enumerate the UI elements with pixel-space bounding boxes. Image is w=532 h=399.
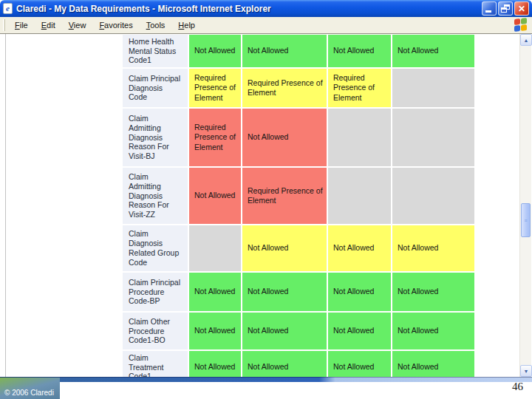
table-row: Claim Principal Diagnosis Code Required … <box>123 69 474 107</box>
requirement-cell: Not Allowed <box>242 273 327 311</box>
window-title: Claredi - My Data Requirements - Microso… <box>16 4 482 14</box>
chevron-up-icon: ▲ <box>524 38 529 43</box>
close-button[interactable]: ✕ <box>514 1 529 16</box>
flag-tile-yellow <box>521 24 527 31</box>
requirement-cell: Not Allowed <box>189 35 241 67</box>
row-label: Claim Other Procedure Code1-BO <box>123 313 188 349</box>
chevron-down-icon: ▼ <box>524 369 529 374</box>
row-label: Claim Principal Procedure Code-BP <box>123 273 188 311</box>
copyright-banner: © 2006 Claredi <box>0 378 60 399</box>
requirement-cell: Not Allowed <box>392 273 474 311</box>
requirement-cell: Not Allowed <box>189 313 241 349</box>
minimize-icon <box>485 10 491 13</box>
menu-bar: File Edit View Favorites Tools Help <box>0 17 532 34</box>
table-row: Claim Treatment Code1 Not Allowed Not Al… <box>123 351 474 377</box>
flag-tile-blue <box>514 25 520 32</box>
requirement-cell: Not Allowed <box>242 35 327 67</box>
ie-document-icon: e <box>3 3 13 14</box>
toolbar-grip-handle[interactable] <box>3 19 5 31</box>
requirement-cell: Not Allowed <box>189 351 241 377</box>
browser-viewport: Home Health Mental Status Code1 Not Allo… <box>0 34 532 377</box>
client-edge-line <box>5 34 6 377</box>
requirement-cell: Required Presence of Element <box>189 109 241 166</box>
window-controls: ✕ <box>482 1 529 16</box>
requirement-cell: Not Allowed <box>242 225 327 271</box>
menu-favorites[interactable]: Favorites <box>92 18 139 32</box>
requirement-cell <box>392 168 474 224</box>
requirement-cell: Required Presence of Element <box>189 69 241 107</box>
close-icon: ✕ <box>515 2 528 15</box>
menu-help[interactable]: Help <box>171 18 202 32</box>
slide-page-number: 46 <box>512 381 523 393</box>
menu-edit[interactable]: Edit <box>35 18 62 32</box>
copyright-text: © 2006 Claredi <box>4 389 54 397</box>
table-row: Claim Diagnosis Related Group Code Not A… <box>123 225 474 271</box>
table-row: Claim Admitting Diagnosis Reason For Vis… <box>123 109 474 166</box>
ie-window: e Claredi - My Data Requirements - Micro… <box>0 0 532 382</box>
requirement-cell: Not Allowed <box>242 313 327 349</box>
requirement-cell <box>189 225 241 271</box>
requirement-cell <box>328 109 391 166</box>
table-row: Claim Admitting Diagnosis Reason For Vis… <box>123 168 474 224</box>
row-label: Claim Admitting Diagnosis Reason For Vis… <box>123 109 188 166</box>
menu-view[interactable]: View <box>62 18 93 32</box>
window-bottom-border <box>0 377 532 382</box>
requirements-table: Home Health Mental Status Code1 Not Allo… <box>123 35 474 377</box>
requirement-cell <box>328 168 391 224</box>
windows-flag-icon <box>514 18 528 33</box>
requirement-cell: Not Allowed <box>392 313 474 349</box>
requirement-cell: Not Allowed <box>392 35 474 67</box>
requirement-cell: Not Allowed <box>392 225 474 271</box>
requirement-cell: Not Allowed <box>392 351 474 377</box>
title-bar[interactable]: e Claredi - My Data Requirements - Micro… <box>0 0 532 17</box>
requirement-cell: Not Allowed <box>242 351 327 377</box>
requirement-cell: Not Allowed <box>328 35 391 67</box>
menu-file[interactable]: File <box>8 18 35 32</box>
requirement-cell: Not Allowed <box>328 273 391 311</box>
table-row: Claim Other Procedure Code1-BO Not Allow… <box>123 313 474 349</box>
requirement-cell: Not Allowed <box>328 313 391 349</box>
menu-tools[interactable]: Tools <box>140 18 172 32</box>
minimize-button[interactable] <box>482 1 497 16</box>
row-label: Claim Principal Diagnosis Code <box>123 69 188 107</box>
requirement-cell <box>392 109 474 166</box>
requirement-cell: Not Allowed <box>328 225 391 271</box>
table-row: Claim Principal Procedure Code-BP Not Al… <box>123 273 474 311</box>
row-label: Claim Treatment Code1 <box>123 351 188 377</box>
table-row: Home Health Mental Status Code1 Not Allo… <box>123 35 474 67</box>
scroll-up-button[interactable]: ▲ <box>520 34 532 46</box>
restore-button[interactable] <box>498 1 513 16</box>
requirement-cell: Required Presence of Element <box>328 69 391 107</box>
row-label: Claim Diagnosis Related Group Code <box>123 225 188 271</box>
restore-icon-front <box>501 7 507 13</box>
requirement-cell: Not Allowed <box>242 109 327 166</box>
row-label: Claim Admitting Diagnosis Reason For Vis… <box>123 168 188 224</box>
vertical-scrollbar[interactable]: ▲ ≡ ▼ <box>519 34 531 377</box>
slide: e Claredi - My Data Requirements - Micro… <box>0 0 532 399</box>
row-label: Home Health Mental Status Code1 <box>123 35 188 67</box>
requirement-cell: Not Allowed <box>328 351 391 377</box>
flag-tile-red <box>514 18 520 25</box>
requirement-cell: Required Presence of Element <box>242 69 327 107</box>
flag-tile-green <box>521 18 527 24</box>
scrollbar-thumb[interactable]: ≡ <box>521 203 531 237</box>
thumb-grip-icon: ≡ <box>524 218 527 223</box>
requirement-cell: Not Allowed <box>189 168 241 224</box>
requirement-cell: Required Presence of Element <box>242 168 327 224</box>
scroll-down-button[interactable]: ▼ <box>520 365 532 377</box>
requirement-cell: Not Allowed <box>189 273 241 311</box>
requirement-cell <box>392 69 474 107</box>
